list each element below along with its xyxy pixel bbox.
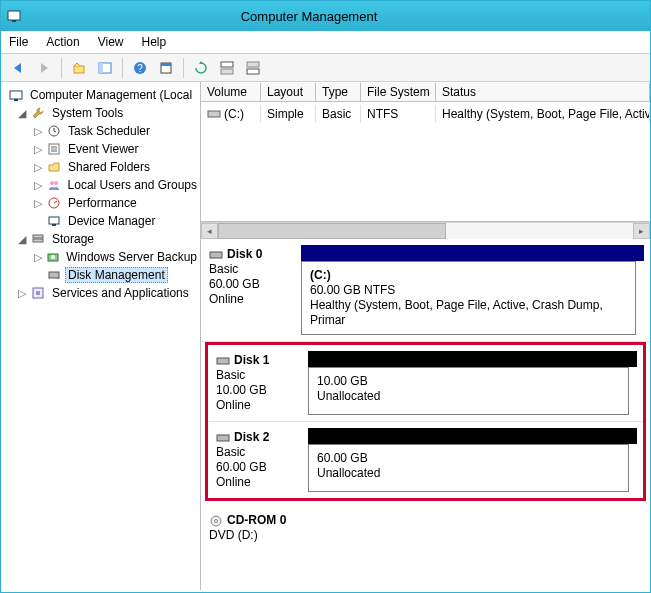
volume-list-hscroll[interactable]: ◂ ▸	[201, 222, 650, 239]
tree-system-tools[interactable]: ◢ System Tools	[1, 104, 200, 122]
tree-performance[interactable]: ▷ Performance	[1, 194, 200, 212]
disk-row-cdrom[interactable]: CD-ROM 0 DVD (D:)	[201, 505, 650, 551]
svg-rect-33	[210, 252, 222, 258]
expand-icon[interactable]: ▷	[33, 143, 43, 156]
app-icon	[6, 8, 22, 24]
expand-icon[interactable]: ▷	[33, 161, 43, 174]
tree-root[interactable]: Computer Management (Local	[1, 86, 200, 104]
storage-icon	[30, 231, 46, 247]
tree-device-manager[interactable]: ▷ Device Manager	[1, 212, 200, 230]
svg-rect-0	[8, 11, 20, 20]
device-icon	[46, 213, 62, 229]
forward-button[interactable]	[33, 57, 55, 79]
properties-button[interactable]	[155, 57, 177, 79]
highlighted-new-disks: Disk 1 Basic 10.00 GB Online 10.00 GB Un…	[205, 342, 646, 501]
svg-rect-29	[49, 272, 59, 278]
col-layout[interactable]: Layout	[261, 82, 316, 101]
console-tree[interactable]: Computer Management (Local ◢ System Tool…	[1, 82, 201, 590]
disk-mgmt-icon	[46, 267, 62, 283]
svg-point-21	[54, 181, 58, 185]
svg-text:?: ?	[137, 63, 143, 74]
scroll-thumb[interactable]	[218, 223, 446, 239]
toolbar: ?	[1, 54, 650, 82]
volume-list-header: Volume Layout Type File System Status	[201, 82, 650, 102]
disk-icon	[209, 249, 223, 261]
cdrom-icon	[209, 514, 223, 528]
svg-rect-2	[74, 66, 84, 73]
scroll-left-button[interactable]: ◂	[201, 223, 218, 239]
partition-header-primary	[301, 245, 644, 261]
col-filesystem[interactable]: File System	[361, 82, 436, 101]
col-type[interactable]: Type	[316, 82, 361, 101]
expand-icon[interactable]: ▷	[33, 125, 43, 138]
svg-rect-24	[52, 224, 56, 226]
svg-rect-25	[33, 235, 43, 238]
svg-rect-13	[10, 91, 22, 99]
tree-services-apps[interactable]: ▷ Services and Applications	[1, 284, 200, 302]
services-icon	[30, 285, 46, 301]
expand-icon[interactable]: ▷	[33, 179, 43, 192]
svg-point-20	[50, 181, 54, 185]
svg-point-28	[51, 255, 55, 259]
tree-local-users[interactable]: ▷ Local Users and Groups	[1, 176, 200, 194]
scroll-track[interactable]	[218, 223, 633, 239]
disk-info-0: Disk 0 Basic 60.00 GB Online	[201, 245, 301, 335]
col-status[interactable]: Status	[436, 82, 650, 101]
svg-rect-26	[33, 239, 43, 242]
partition-c[interactable]: (C:) 60.00 GB NTFS Healthy (System, Boot…	[301, 261, 636, 335]
svg-rect-8	[161, 63, 171, 66]
disk-info-1: Disk 1 Basic 10.00 GB Online	[208, 351, 308, 415]
view-bottom-button[interactable]	[242, 57, 264, 79]
partition-unallocated-1[interactable]: 10.00 GB Unallocated	[308, 367, 629, 415]
help-button[interactable]: ?	[129, 57, 151, 79]
partition-unallocated-2[interactable]: 60.00 GB Unallocated	[308, 444, 629, 492]
up-button[interactable]	[68, 57, 90, 79]
window-titlebar: Computer Management	[1, 1, 650, 31]
menu-file[interactable]: File	[9, 35, 28, 49]
svg-rect-32	[208, 111, 220, 117]
tree-storage[interactable]: ◢ Storage	[1, 230, 200, 248]
users-icon	[46, 177, 62, 193]
tree-ws-backup[interactable]: ▷ Windows Server Backup	[1, 248, 200, 266]
disk-info-cdrom: CD-ROM 0 DVD (D:)	[201, 511, 301, 545]
tree-disk-management[interactable]: ▷ Disk Management	[1, 266, 200, 284]
tree-event-viewer[interactable]: ▷ Event Viewer	[1, 140, 200, 158]
drive-icon	[207, 108, 221, 120]
tree-shared-folders[interactable]: ▷ Shared Folders	[1, 158, 200, 176]
disk-row-0[interactable]: Disk 0 Basic 60.00 GB Online (C:) 60.00 …	[201, 239, 650, 342]
svg-rect-35	[217, 435, 229, 441]
volume-row-c[interactable]: (C:) Simple Basic NTFS Healthy (System, …	[201, 102, 650, 123]
view-top-button[interactable]	[216, 57, 238, 79]
svg-rect-10	[221, 69, 233, 74]
disk-info-2: Disk 2 Basic 60.00 GB Online	[208, 428, 308, 492]
menu-view[interactable]: View	[98, 35, 124, 49]
disk-graphical-view: Disk 0 Basic 60.00 GB Online (C:) 60.00 …	[201, 239, 650, 590]
performance-icon	[46, 195, 62, 211]
col-volume[interactable]: Volume	[201, 82, 261, 101]
svg-rect-23	[49, 217, 59, 224]
expand-icon[interactable]: ▷	[33, 197, 43, 210]
menu-help[interactable]: Help	[142, 35, 167, 49]
scroll-right-button[interactable]: ▸	[633, 223, 650, 239]
details-pane: Volume Layout Type File System Status (C…	[201, 82, 650, 590]
expand-icon[interactable]: ▷	[33, 251, 42, 264]
disk-icon	[216, 432, 230, 444]
back-button[interactable]	[7, 57, 29, 79]
disk-row-2[interactable]: Disk 2 Basic 60.00 GB Online 60.00 GB Un…	[208, 422, 643, 498]
menu-action[interactable]: Action	[46, 35, 79, 49]
disk-row-1[interactable]: Disk 1 Basic 10.00 GB Online 10.00 GB Un…	[208, 345, 643, 422]
svg-rect-12	[247, 69, 259, 74]
collapse-icon[interactable]: ◢	[17, 107, 27, 120]
mmc-icon	[8, 87, 24, 103]
window-title: Computer Management	[28, 9, 650, 24]
refresh-button[interactable]	[190, 57, 212, 79]
svg-point-30	[57, 277, 59, 279]
collapse-icon[interactable]: ◢	[17, 233, 27, 246]
svg-rect-14	[14, 99, 18, 101]
svg-rect-4	[99, 63, 103, 73]
tree-task-scheduler[interactable]: ▷ Task Scheduler	[1, 122, 200, 140]
partition-header-unallocated	[308, 428, 637, 444]
expand-icon[interactable]: ▷	[17, 287, 27, 300]
svg-rect-9	[221, 62, 233, 67]
show-hide-console-tree-button[interactable]	[94, 57, 116, 79]
